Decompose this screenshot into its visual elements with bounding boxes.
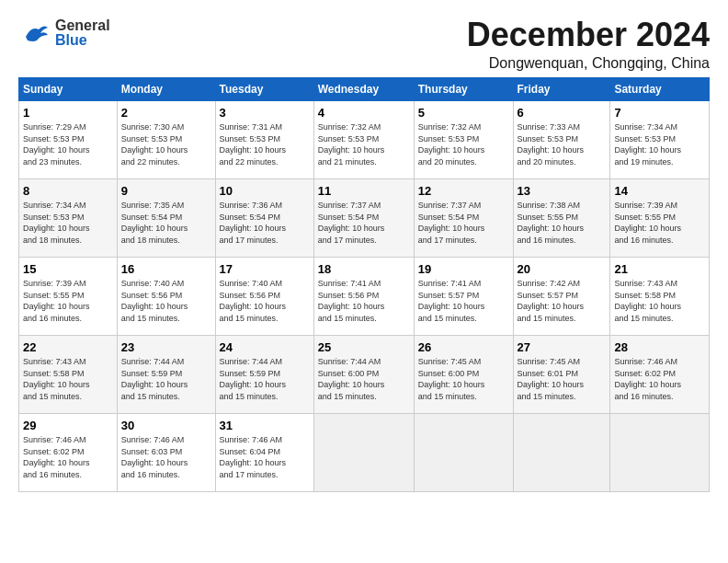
day-number: 9 — [121, 183, 211, 200]
logo-blue-text: Blue — [55, 33, 110, 48]
day-info: Sunrise: 7:46 AM Sunset: 6:02 PM Dayligh… — [23, 434, 113, 480]
day-info: Sunrise: 7:43 AM Sunset: 5:58 PM Dayligh… — [614, 278, 705, 324]
table-row: 19Sunrise: 7:41 AM Sunset: 5:57 PM Dayli… — [414, 257, 513, 335]
day-info: Sunrise: 7:46 AM Sunset: 6:03 PM Dayligh… — [121, 434, 211, 480]
table-row: 23Sunrise: 7:44 AM Sunset: 5:59 PM Dayli… — [117, 335, 215, 413]
day-number: 5 — [418, 105, 509, 121]
table-row: 24Sunrise: 7:44 AM Sunset: 5:59 PM Dayli… — [215, 335, 313, 413]
day-info: Sunrise: 7:33 AM Sunset: 5:53 PM Dayligh… — [518, 121, 607, 167]
calendar-week-row: 29Sunrise: 7:46 AM Sunset: 6:02 PM Dayli… — [19, 413, 710, 491]
day-number: 17 — [220, 261, 310, 278]
logo: General Blue — [18, 17, 110, 50]
day-number: 7 — [614, 105, 705, 121]
table-row: 12Sunrise: 7:37 AM Sunset: 5:54 PM Dayli… — [414, 178, 513, 257]
day-number: 12 — [418, 183, 509, 200]
table-row: 4Sunrise: 7:32 AM Sunset: 5:53 PM Daylig… — [313, 100, 414, 178]
day-number: 22 — [23, 339, 113, 356]
logo-bird-icon — [18, 17, 51, 50]
weekday-header-row: Sunday Monday Tuesday Wednesday Thursday… — [19, 77, 710, 100]
header-monday: Monday — [117, 77, 215, 100]
day-number: 8 — [23, 183, 113, 200]
day-info: Sunrise: 7:46 AM Sunset: 6:04 PM Dayligh… — [220, 434, 310, 480]
day-number: 30 — [121, 418, 211, 434]
day-info: Sunrise: 7:37 AM Sunset: 5:54 PM Dayligh… — [318, 200, 410, 246]
day-number: 13 — [518, 183, 607, 200]
header-sunday: Sunday — [19, 77, 118, 100]
header-thursday: Thursday — [414, 77, 513, 100]
table-row: 2Sunrise: 7:30 AM Sunset: 5:53 PM Daylig… — [117, 100, 215, 178]
day-number: 18 — [318, 261, 410, 278]
table-row: 1Sunrise: 7:29 AM Sunset: 5:53 PM Daylig… — [19, 100, 118, 178]
day-number: 23 — [121, 339, 211, 356]
day-number: 27 — [518, 339, 607, 356]
day-info: Sunrise: 7:29 AM Sunset: 5:53 PM Dayligh… — [23, 121, 113, 167]
day-info: Sunrise: 7:44 AM Sunset: 5:59 PM Dayligh… — [220, 356, 310, 402]
day-number: 10 — [220, 183, 310, 200]
day-info: Sunrise: 7:32 AM Sunset: 5:53 PM Dayligh… — [418, 121, 509, 167]
table-row: 22Sunrise: 7:43 AM Sunset: 5:58 PM Dayli… — [19, 335, 118, 413]
day-info: Sunrise: 7:41 AM Sunset: 5:57 PM Dayligh… — [418, 278, 509, 324]
day-number: 24 — [220, 339, 310, 356]
calendar-week-row: 8Sunrise: 7:34 AM Sunset: 5:53 PM Daylig… — [19, 178, 710, 257]
day-number: 14 — [614, 183, 705, 200]
day-number: 2 — [121, 105, 211, 121]
calendar-week-row: 1Sunrise: 7:29 AM Sunset: 5:53 PM Daylig… — [19, 100, 710, 178]
table-row: 30Sunrise: 7:46 AM Sunset: 6:03 PM Dayli… — [117, 413, 215, 491]
calendar-week-row: 22Sunrise: 7:43 AM Sunset: 5:58 PM Dayli… — [19, 335, 710, 413]
day-number: 6 — [518, 105, 607, 121]
day-info: Sunrise: 7:37 AM Sunset: 5:54 PM Dayligh… — [418, 200, 509, 246]
day-info: Sunrise: 7:39 AM Sunset: 5:55 PM Dayligh… — [614, 200, 705, 246]
day-info: Sunrise: 7:38 AM Sunset: 5:55 PM Dayligh… — [518, 200, 607, 246]
day-number: 19 — [418, 261, 509, 278]
day-info: Sunrise: 7:39 AM Sunset: 5:55 PM Dayligh… — [23, 278, 113, 324]
table-row: 25Sunrise: 7:44 AM Sunset: 6:00 PM Dayli… — [313, 335, 414, 413]
header: General Blue December 2024 Dongwenquan, … — [18, 17, 710, 72]
logo-general-text: General — [55, 18, 110, 33]
calendar-table: Sunday Monday Tuesday Wednesday Thursday… — [18, 77, 710, 492]
table-row: 29Sunrise: 7:46 AM Sunset: 6:02 PM Dayli… — [19, 413, 118, 491]
day-number: 3 — [220, 105, 310, 121]
day-info: Sunrise: 7:34 AM Sunset: 5:53 PM Dayligh… — [614, 121, 705, 167]
table-row: 7Sunrise: 7:34 AM Sunset: 5:53 PM Daylig… — [610, 100, 710, 178]
day-number: 29 — [23, 418, 113, 434]
day-info: Sunrise: 7:40 AM Sunset: 5:56 PM Dayligh… — [220, 278, 310, 324]
table-row: 5Sunrise: 7:32 AM Sunset: 5:53 PM Daylig… — [414, 100, 513, 178]
location-title: Dongwenquan, Chongqing, China — [467, 55, 710, 72]
day-info: Sunrise: 7:36 AM Sunset: 5:54 PM Dayligh… — [220, 200, 310, 246]
table-row: 15Sunrise: 7:39 AM Sunset: 5:55 PM Dayli… — [19, 257, 118, 335]
day-info: Sunrise: 7:44 AM Sunset: 6:00 PM Dayligh… — [318, 356, 410, 402]
day-number: 21 — [614, 261, 705, 278]
table-row: 6Sunrise: 7:33 AM Sunset: 5:53 PM Daylig… — [513, 100, 610, 178]
title-area: December 2024 Dongwenquan, Chongqing, Ch… — [467, 17, 710, 72]
day-number: 25 — [318, 339, 410, 356]
table-row: 20Sunrise: 7:42 AM Sunset: 5:57 PM Dayli… — [513, 257, 610, 335]
day-info: Sunrise: 7:43 AM Sunset: 5:58 PM Dayligh… — [23, 356, 113, 402]
header-friday: Friday — [513, 77, 610, 100]
day-number: 11 — [318, 183, 410, 200]
day-number: 26 — [418, 339, 509, 356]
header-wednesday: Wednesday — [313, 77, 414, 100]
table-row — [313, 413, 414, 491]
day-info: Sunrise: 7:32 AM Sunset: 5:53 PM Dayligh… — [318, 121, 410, 167]
table-row: 3Sunrise: 7:31 AM Sunset: 5:53 PM Daylig… — [215, 100, 313, 178]
table-row: 8Sunrise: 7:34 AM Sunset: 5:53 PM Daylig… — [19, 178, 118, 257]
day-number: 31 — [220, 418, 310, 434]
day-info: Sunrise: 7:40 AM Sunset: 5:56 PM Dayligh… — [121, 278, 211, 324]
table-row: 9Sunrise: 7:35 AM Sunset: 5:54 PM Daylig… — [117, 178, 215, 257]
table-row: 16Sunrise: 7:40 AM Sunset: 5:56 PM Dayli… — [117, 257, 215, 335]
table-row — [414, 413, 513, 491]
day-info: Sunrise: 7:44 AM Sunset: 5:59 PM Dayligh… — [121, 356, 211, 402]
table-row: 11Sunrise: 7:37 AM Sunset: 5:54 PM Dayli… — [313, 178, 414, 257]
day-info: Sunrise: 7:46 AM Sunset: 6:02 PM Dayligh… — [614, 356, 705, 402]
month-title: December 2024 — [467, 17, 710, 53]
logo-text: General Blue — [55, 18, 110, 48]
day-number: 15 — [23, 261, 113, 278]
day-info: Sunrise: 7:30 AM Sunset: 5:53 PM Dayligh… — [121, 121, 211, 167]
table-row: 21Sunrise: 7:43 AM Sunset: 5:58 PM Dayli… — [610, 257, 710, 335]
day-number: 20 — [518, 261, 607, 278]
calendar-week-row: 15Sunrise: 7:39 AM Sunset: 5:55 PM Dayli… — [19, 257, 710, 335]
table-row: 31Sunrise: 7:46 AM Sunset: 6:04 PM Dayli… — [215, 413, 313, 491]
table-row: 18Sunrise: 7:41 AM Sunset: 5:56 PM Dayli… — [313, 257, 414, 335]
table-row: 26Sunrise: 7:45 AM Sunset: 6:00 PM Dayli… — [414, 335, 513, 413]
table-row: 17Sunrise: 7:40 AM Sunset: 5:56 PM Dayli… — [215, 257, 313, 335]
